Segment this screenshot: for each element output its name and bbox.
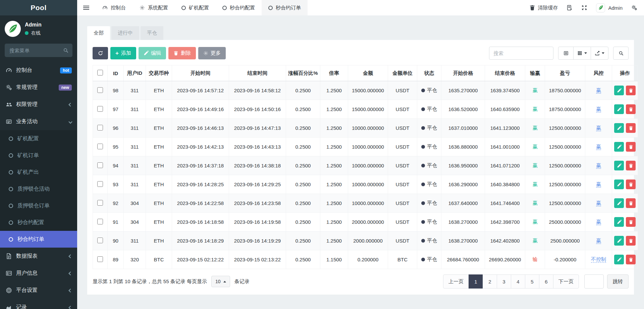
search-button[interactable] [613,47,629,60]
filter-tab-closed[interactable]: 平仓 [141,26,163,40]
risk-control-link[interactable]: 赢 [596,125,601,131]
sidebar-item-dashboard[interactable]: 控制台hot [0,62,77,79]
page-button-3[interactable]: 3 [497,274,511,289]
row-checkbox[interactable] [97,162,103,168]
top-tab-system-config[interactable]: 系统配置 [132,0,175,15]
risk-control-link[interactable]: 赢 [596,106,601,112]
risk-control-link[interactable]: 赢 [596,162,601,169]
sidebar-item-permissions[interactable]: 权限管理 [0,96,77,113]
delete-button[interactable]: 删除 [168,47,196,59]
cell-id: 97 [108,100,124,119]
sidebar-item-business[interactable]: 业务活动 [0,113,77,130]
row-select-cell [93,100,108,119]
row-edit-button[interactable] [614,123,624,133]
row-edit-button[interactable] [614,255,624,264]
row-delete-button[interactable] [626,255,636,264]
sidebar-item-general[interactable]: 常规管理new [0,79,77,96]
row-checkbox[interactable] [97,181,103,187]
row-checkbox[interactable] [97,106,103,112]
more-button[interactable]: 更多 [198,47,226,59]
sidebar-search-input[interactable] [5,44,72,57]
page-size-select[interactable]: 10 [211,276,230,287]
sidebar-subitem-staking-orders[interactable]: 质押锁仓订单 [0,197,77,214]
chevron-up-icon [223,281,226,282]
row-checkbox[interactable] [97,238,103,243]
log-icon[interactable] [567,5,573,11]
page-button-2[interactable]: 2 [483,274,497,289]
page-jump-input[interactable] [584,274,604,289]
detail-view-button[interactable] [558,47,574,60]
sidebar-subitem-miner-config[interactable]: 矿机配置 [0,130,77,147]
row-delete-button[interactable] [626,86,636,95]
cell-coin: BTC [146,250,172,269]
select-all-checkbox[interactable] [97,70,103,75]
top-tab-seconds-config[interactable]: 秒合约配置 [216,0,262,15]
row-delete-button[interactable] [626,179,636,189]
row-checkbox[interactable] [97,87,103,93]
fullscreen-icon[interactable] [581,5,587,11]
row-delete-button[interactable] [626,104,636,114]
page-button-5[interactable]: 5 [525,274,539,289]
columns-button[interactable] [573,47,591,60]
top-tab-miner-config[interactable]: 矿机配置 [175,0,216,15]
row-checkbox[interactable] [97,256,103,262]
page-button-4[interactable]: 4 [511,274,525,289]
row-delete-button[interactable] [626,161,636,170]
admin-menu[interactable]: Admin [596,3,623,12]
row-delete-button[interactable] [626,217,636,227]
hamburger-icon[interactable] [77,0,95,15]
sidebar-subitem-miner-orders[interactable]: 矿机订单 [0,147,77,164]
filter-tab-all[interactable]: 全部 [87,26,110,40]
row-checkbox[interactable] [97,219,103,224]
sidebar-item-reports[interactable]: 数据报表 [0,248,77,265]
page-button-6[interactable]: 6 [539,274,553,289]
row-checkbox[interactable] [97,125,103,131]
cell-start_price: 1636.880000 [441,138,485,156]
risk-control-link[interactable]: 赢 [596,200,601,206]
row-edit-button[interactable] [614,236,624,246]
sidebar-subitem-seconds-config[interactable]: 秒合约配置 [0,214,77,231]
clear-cache-button[interactable]: 清除缓存 [529,5,558,11]
search-icon[interactable] [63,48,68,53]
table-search-input[interactable] [489,47,553,60]
risk-control-link[interactable]: 赢 [596,87,601,94]
row-delete-button[interactable] [626,236,636,246]
sidebar-item-user-info[interactable]: 用户信息 [0,265,77,282]
sidebar-subitem-miner-output[interactable]: 矿机产出 [0,164,77,181]
next-page-button[interactable]: 下一页 [553,274,579,289]
risk-control-link[interactable]: 赢 [596,219,601,225]
filter-tab-ongoing[interactable]: 进行中 [111,26,139,40]
row-checkbox[interactable] [97,200,103,206]
row-delete-button[interactable] [626,142,636,152]
prev-page-button[interactable]: 上一页 [443,274,469,289]
grid-icon [577,51,582,56]
risk-control-link[interactable]: 赢 [596,181,601,188]
top-tab-seconds-orders[interactable]: 秒合约订单 [262,0,308,15]
export-button[interactable] [591,47,608,60]
row-edit-button[interactable] [614,198,624,208]
row-edit-button[interactable] [614,161,624,170]
row-delete-button[interactable] [626,123,636,133]
cell-end_time: 2023-09-16 14:43:13 [229,138,286,156]
sidebar-subitem-staking-activity[interactable]: 质押锁仓活动 [0,181,77,197]
row-edit-button[interactable] [614,217,624,227]
settings-gears-icon[interactable] [631,5,637,11]
risk-control-link[interactable]: 赢 [596,144,601,150]
row-edit-button[interactable] [614,86,624,95]
risk-control-link[interactable]: 不控制 [591,256,606,263]
page-button-1[interactable]: 1 [469,274,483,289]
sidebar-item-platform[interactable]: 平台设置 [0,282,77,299]
risk-control-link[interactable]: 赢 [596,238,601,244]
row-delete-button[interactable] [626,198,636,208]
add-button[interactable]: + 添加 [110,47,136,59]
row-checkbox[interactable] [97,144,103,149]
refresh-button[interactable] [93,47,108,59]
page-jump-button[interactable]: 跳转 [607,274,629,289]
row-edit-button[interactable] [614,142,624,152]
row-edit-button[interactable] [614,179,624,189]
top-tab-dashboard[interactable]: 控制台 [95,0,132,15]
sidebar-subitem-seconds-orders[interactable]: 秒合约订单 [0,231,77,248]
edit-button[interactable]: 编辑 [139,47,166,59]
row-edit-button[interactable] [614,104,624,114]
sidebar-item-records[interactable]: 记录 [0,299,77,309]
